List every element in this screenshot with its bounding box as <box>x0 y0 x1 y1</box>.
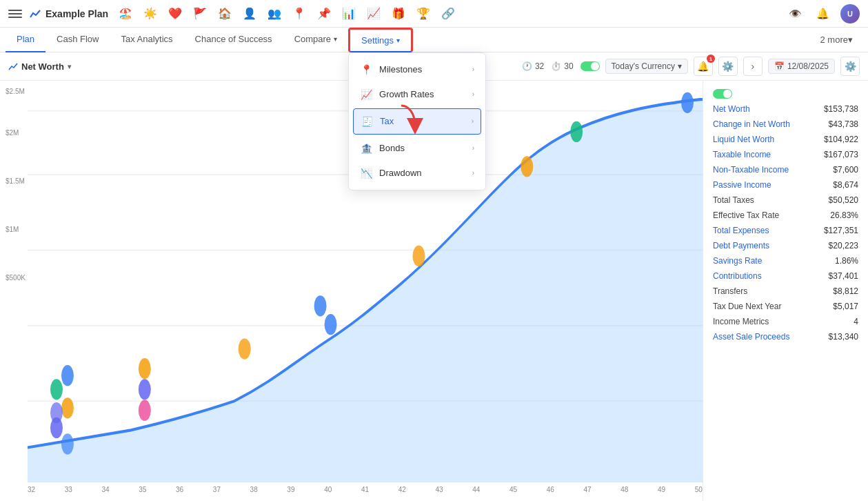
growth-rates-label: Growth Rates <box>379 89 434 99</box>
time-indicator: 🕐 32 ⏱️ 30 <box>522 61 600 71</box>
connection-icon[interactable]: 🔗 <box>441 6 456 21</box>
sidebar-row-net-worth: Net Worth $153,738 <box>703 101 868 117</box>
svg-point-20 <box>681 92 694 113</box>
x-34: 34 <box>102 486 110 493</box>
svg-point-10 <box>61 433 74 454</box>
y-label-1500k: $1.5M <box>6 177 25 185</box>
tax-chevron: › <box>472 117 474 125</box>
chart-settings-button[interactable]: ⚙️ <box>840 57 860 76</box>
total-taxes-value: $50,520 <box>829 195 858 205</box>
settings-caret: ▾ <box>396 37 400 44</box>
dropdown-item-drawdown[interactable]: 📉 Drawdown › <box>349 161 485 186</box>
settings-dropdown: 📍 Milestones › 📈 Growth Rates › 🧾 Tax › … <box>348 52 486 190</box>
avatar[interactable]: U <box>840 4 860 23</box>
dropdown-item-growth-rates[interactable]: 📈 Growth Rates › <box>349 82 485 107</box>
tax-due-next-year-value: $5,017 <box>833 302 858 311</box>
taxable-income-label: Taxable Income <box>713 150 771 159</box>
chart3-icon[interactable]: 📈 <box>366 6 381 21</box>
drawdown-label: Drawdown <box>379 168 421 178</box>
total-taxes-label: Total Taxes <box>713 195 754 205</box>
hamburger-menu[interactable] <box>8 7 22 21</box>
chart-icon <box>29 8 41 20</box>
umbrella-icon[interactable]: 🏖️ <box>118 6 133 21</box>
location-icon[interactable]: 📍 <box>292 6 307 21</box>
x-41: 41 <box>361 486 369 493</box>
effective-tax-rate-value: 26.83% <box>830 210 858 220</box>
date-button[interactable]: 📅 12/08/2025 <box>768 59 835 74</box>
flag-icon[interactable]: 🚩 <box>192 6 208 21</box>
tax-icon: 🧾 <box>361 115 373 128</box>
person-icon[interactable]: 👤 <box>242 6 257 21</box>
speaker-icon[interactable]: 🔔 <box>813 4 832 23</box>
net-worth-selector[interactable]: Net Worth ▾ <box>8 61 71 72</box>
total-expenses-value: $127,351 <box>824 226 858 235</box>
eye-icon[interactable]: 👁️ <box>785 4 805 23</box>
milestones-label: Milestones <box>379 64 422 75</box>
y-label-2000k: $2M <box>6 129 19 137</box>
svg-point-17 <box>412 246 425 266</box>
trophy-icon[interactable]: 🏆 <box>416 6 431 21</box>
net-worth-value: $153,738 <box>824 104 858 114</box>
drawdown-chevron: › <box>472 169 474 177</box>
heart-icon[interactable]: ❤️ <box>168 6 183 21</box>
plan-name: Example Plan <box>46 8 108 19</box>
currency-selector[interactable]: Today's Currency ▾ <box>605 59 688 74</box>
tab-tax-analytics[interactable]: Tax Analytics <box>110 28 183 52</box>
non-taxable-income-value: $7,600 <box>833 165 858 175</box>
dropdown-item-milestones[interactable]: 📍 Milestones › <box>349 57 485 82</box>
tax-label: Tax <box>380 116 394 126</box>
income-metrics-label: Income Metrics <box>713 317 769 326</box>
debt-payments-value: $20,223 <box>829 241 858 250</box>
svg-point-8 <box>61 365 74 386</box>
forward-button[interactable]: › <box>743 57 763 76</box>
tab-more[interactable]: 2 more ▾ <box>811 28 862 52</box>
tab-settings[interactable]: Settings ▾ <box>348 28 413 52</box>
tab-plan[interactable]: Plan <box>6 28 46 52</box>
savings-rate-label: Savings Rate <box>713 256 762 266</box>
tab-chance-of-success[interactable]: Chance of Success <box>184 28 283 52</box>
person2-icon[interactable]: 👥 <box>267 6 282 21</box>
y-label-1000k: $1M <box>6 226 19 233</box>
x-50: 50 <box>695 486 703 493</box>
tab-cash-flow[interactable]: Cash Flow <box>46 28 110 52</box>
asset-sale-proceeds-label: Asset Sale Proceeds <box>713 332 789 342</box>
toggle-switch[interactable] <box>581 61 600 71</box>
gift-icon[interactable]: 🎁 <box>391 6 406 21</box>
svg-point-7 <box>50 379 63 400</box>
svg-point-11 <box>139 358 151 379</box>
sidebar-row-total-taxes: Total Taxes $50,520 <box>703 193 868 208</box>
sidebar-row-liquid-net-worth: Liquid Net Worth $104,922 <box>703 132 868 147</box>
x-44: 44 <box>472 486 480 493</box>
notification-button[interactable]: 🔔 1 <box>694 57 713 76</box>
more-caret: ▾ <box>848 35 853 45</box>
sun-icon[interactable]: ☀️ <box>143 6 158 21</box>
notification-badge: 1 <box>707 55 715 63</box>
sidebar-row-asset-sale-proceeds: Asset Sale Proceeds $13,340 <box>703 329 868 344</box>
x-33: 33 <box>65 486 72 493</box>
sidebar-toggle[interactable] <box>713 89 732 99</box>
sidebar-row-income-metrics: Income Metrics 4 <box>703 314 868 329</box>
taxable-income-value: $167,073 <box>824 150 858 159</box>
home-icon[interactable]: 🏠 <box>217 6 232 21</box>
sidebar-row-savings-rate: Savings Rate 1.86% <box>703 253 868 268</box>
svg-point-13 <box>139 400 151 421</box>
sidebar: Net Worth $153,738 Change in Net Worth $… <box>703 81 868 501</box>
sidebar-row-effective-tax-rate: Effective Tax Rate 26.83% <box>703 208 868 223</box>
x-43: 43 <box>435 486 443 493</box>
dropdown-item-tax[interactable]: 🧾 Tax › <box>353 108 481 135</box>
transfers-label: Transfers <box>713 286 747 296</box>
filter-button[interactable]: ⚙️ <box>718 57 738 76</box>
change-net-worth-value: $43,738 <box>829 119 858 129</box>
dropdown-item-bonds[interactable]: 🏦 Bonds › <box>349 136 485 161</box>
tab-compare[interactable]: Compare ▾ <box>283 28 348 52</box>
effective-tax-rate-label: Effective Tax Rate <box>713 210 779 220</box>
chart2-icon[interactable]: 📊 <box>341 6 356 21</box>
location2-icon[interactable]: 📌 <box>316 6 332 21</box>
net-worth-label: Net Worth <box>713 104 750 114</box>
plan-logo: Example Plan <box>29 8 108 20</box>
time-left-value: 32 <box>535 61 544 71</box>
x-39: 39 <box>287 486 294 493</box>
sidebar-toggle-row[interactable] <box>703 86 868 101</box>
top-navigation: Example Plan 🏖️ ☀️ ❤️ 🚩 🏠 👤 👥 📍 📌 📊 📈 🎁 … <box>0 0 868 28</box>
calendar-icon: 📅 <box>774 61 785 71</box>
